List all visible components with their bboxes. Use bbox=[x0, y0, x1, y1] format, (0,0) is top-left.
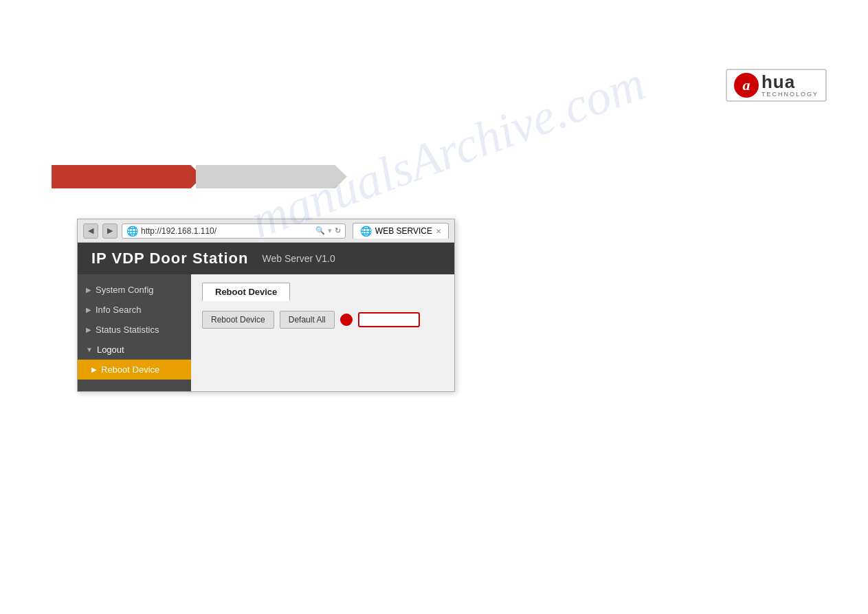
logo-icon: a bbox=[734, 73, 759, 98]
logo-text-group: hua TECHNOLOGY bbox=[761, 73, 819, 98]
sidebar-item-logout[interactable]: ▼ Logout bbox=[78, 340, 191, 360]
web-app-title: IP VDP Door Station bbox=[91, 250, 248, 267]
sidebar-system-config-label: System Config bbox=[96, 285, 154, 295]
browser-toolbar: ◀ ▶ 🌐 http://192.168.1.110/ 🔍 ▾ ↻ 🌐 WEB … bbox=[78, 219, 454, 243]
search-icon[interactable]: 🔍 bbox=[315, 226, 325, 235]
logo-box: a hua TECHNOLOGY bbox=[726, 69, 827, 102]
address-globe-icon: 🌐 bbox=[126, 226, 138, 237]
logo-area: a hua TECHNOLOGY bbox=[726, 69, 827, 102]
back-button[interactable]: ◀ bbox=[83, 223, 98, 239]
tab-favicon-icon: 🌐 bbox=[360, 226, 372, 237]
sidebar: ▶ System Config ▶ Info Search ▶ Status S… bbox=[78, 274, 191, 391]
status-input-field[interactable] bbox=[358, 312, 420, 327]
address-bar[interactable]: 🌐 http://192.168.1.110/ 🔍 ▾ ↻ bbox=[122, 223, 346, 239]
status-indicator bbox=[340, 314, 353, 326]
sidebar-info-search-label: Info Search bbox=[96, 305, 142, 315]
arrow-banners bbox=[52, 165, 347, 188]
web-app-subtitle: Web Server V1.0 bbox=[262, 253, 335, 264]
tab-reboot-device-label: Reboot Device bbox=[215, 287, 277, 297]
browser-tab[interactable]: 🌐 WEB SERVICE ✕ bbox=[353, 223, 449, 239]
chevron-right-icon: ▶ bbox=[91, 366, 97, 373]
sidebar-logout-label: Logout bbox=[97, 344, 124, 355]
main-tab-bar: Reboot Device bbox=[202, 283, 443, 301]
chevron-right-icon: ▶ bbox=[86, 306, 91, 314]
chevron-right-icon: ▶ bbox=[86, 326, 91, 333]
sidebar-item-status-statistics[interactable]: ▶ Status Statistics bbox=[78, 320, 191, 340]
refresh-icon[interactable]: ↻ bbox=[335, 226, 341, 235]
main-content: Reboot Device Reboot Device Default All bbox=[191, 274, 454, 391]
tab-close-button[interactable]: ✕ bbox=[436, 228, 441, 235]
tab-label: WEB SERVICE bbox=[375, 226, 432, 236]
chevron-right-icon: ▶ bbox=[86, 286, 91, 294]
arrow-red bbox=[52, 165, 203, 188]
logo-subtitle: TECHNOLOGY bbox=[761, 91, 819, 98]
web-app-header: IP VDP Door Station Web Server V1.0 bbox=[78, 243, 454, 274]
forward-button[interactable]: ▶ bbox=[102, 223, 118, 239]
browser-window: ◀ ▶ 🌐 http://192.168.1.110/ 🔍 ▾ ↻ 🌐 WEB … bbox=[77, 219, 455, 392]
sidebar-reboot-device-label: Reboot Device bbox=[101, 364, 159, 375]
web-app-body: ▶ System Config ▶ Info Search ▶ Status S… bbox=[78, 274, 454, 391]
sidebar-sub-item-reboot-device[interactable]: ▶ Reboot Device bbox=[78, 360, 191, 380]
chevron-down-icon: ▼ bbox=[86, 346, 93, 353]
web-app: IP VDP Door Station Web Server V1.0 ▶ Sy… bbox=[78, 243, 454, 391]
logo-brand-name: hua bbox=[761, 73, 819, 91]
reboot-device-button[interactable]: Reboot Device bbox=[202, 311, 274, 329]
arrow-gray bbox=[196, 165, 347, 188]
separator: ▾ bbox=[328, 226, 332, 235]
address-url: http://192.168.1.110/ bbox=[141, 226, 313, 236]
reboot-actions: Reboot Device Default All bbox=[202, 311, 443, 329]
sidebar-item-system-config[interactable]: ▶ System Config bbox=[78, 280, 191, 300]
default-all-button[interactable]: Default All bbox=[280, 311, 335, 329]
sidebar-item-info-search[interactable]: ▶ Info Search bbox=[78, 300, 191, 320]
sidebar-status-statistics-label: Status Statistics bbox=[96, 325, 159, 335]
tab-reboot-device[interactable]: Reboot Device bbox=[202, 283, 290, 301]
